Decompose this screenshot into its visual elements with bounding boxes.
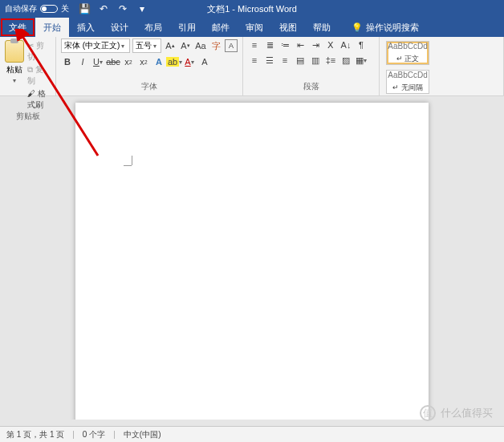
decrease-indent-icon[interactable]: ⇤	[294, 39, 307, 51]
numbering-icon[interactable]: ≣	[263, 39, 276, 51]
bold-icon[interactable]: B	[61, 55, 74, 68]
autosave-state: 关	[61, 3, 69, 14]
grow-font-icon[interactable]: A▴	[164, 39, 177, 52]
line-spacing-icon[interactable]: ‡≡	[324, 54, 337, 67]
character-shading-icon[interactable]: A	[198, 55, 211, 68]
justify-icon[interactable]: ▤	[294, 54, 307, 67]
redo-icon[interactable]: ↷	[117, 3, 128, 14]
paste-icon	[5, 40, 24, 63]
paste-label: 粘贴	[6, 64, 22, 75]
cut-button[interactable]: ✂ 剪切	[27, 40, 51, 63]
font-group-label: 字体	[61, 81, 238, 94]
bullets-icon[interactable]: ≡	[248, 39, 261, 51]
customize-qat-icon[interactable]: ▾	[136, 3, 148, 14]
tab-design[interactable]: 设计	[103, 18, 136, 37]
chevron-down-icon: ▾	[13, 77, 16, 84]
align-center-icon[interactable]: ☰	[263, 54, 276, 67]
save-icon[interactable]: 💾	[79, 3, 90, 14]
document-page[interactable]	[75, 103, 429, 420]
group-clipboard: 粘贴 ▾ ✂ 剪切 ⧉ 复制 🖌 格式刷 剪贴板	[0, 37, 56, 95]
undo-icon[interactable]: ↶	[98, 3, 109, 14]
text-effects-icon[interactable]: A	[152, 55, 165, 68]
shrink-font-icon[interactable]: A▾	[179, 39, 192, 52]
tab-help[interactable]: 帮助	[305, 18, 339, 37]
asian-layout-icon[interactable]: Ⅹ	[324, 39, 337, 51]
watermark-text: 什么值得买	[441, 406, 493, 420]
watermark: 值 什么值得买	[420, 405, 493, 421]
autosave-label: 自动保存	[5, 3, 37, 14]
sort-icon[interactable]: A↓	[339, 39, 352, 51]
strikethrough-icon[interactable]: abc	[107, 55, 120, 68]
tell-me-search[interactable]: 💡 操作说明搜索	[343, 18, 427, 37]
copy-button[interactable]: ⧉ 复制	[27, 64, 51, 87]
multilevel-list-icon[interactable]: ≔	[278, 39, 291, 51]
paragraph-group-label: 段落	[248, 81, 374, 94]
quick-access-toolbar: 💾 ↶ ↷ ▾	[79, 3, 148, 14]
tab-insert[interactable]: 插入	[69, 18, 103, 37]
ribbon-tabs: 文件 开始 插入 设计 布局 引用 邮件 审阅 视图 帮助 💡 操作说明搜索	[0, 18, 504, 37]
show-marks-icon[interactable]: ¶	[355, 39, 368, 51]
status-words[interactable]: 0 个字	[83, 429, 105, 440]
align-right-icon[interactable]: ≡	[278, 54, 291, 67]
highlight-icon[interactable]: ab▾	[168, 55, 181, 68]
tab-view[interactable]: 视图	[271, 18, 305, 37]
font-family-select[interactable]: 宋体 (中文正文)▾	[61, 39, 130, 53]
toggle-icon	[40, 5, 58, 13]
lightbulb-icon: 💡	[352, 22, 363, 33]
style-name-nospace: ↵ 无间隔	[392, 83, 423, 93]
watermark-icon: 值	[420, 405, 436, 421]
document-workspace[interactable]	[0, 96, 504, 420]
paste-button[interactable]: 粘贴 ▾	[5, 39, 24, 111]
borders-icon[interactable]: ▦▾	[355, 54, 368, 67]
group-styles: AaBbCcDd ↵ 正文 AaBbCcDd ↵ 无间隔	[380, 37, 504, 95]
align-left-icon[interactable]: ≡	[248, 54, 261, 67]
tell-me-label: 操作说明搜索	[366, 22, 419, 34]
format-painter-button[interactable]: 🖌 格式刷	[27, 88, 51, 111]
status-bar: 第 1 页，共 1 页 | 0 个字 | 中文(中国)	[0, 426, 504, 442]
underline-icon[interactable]: U▾	[91, 55, 104, 68]
tab-references[interactable]: 引用	[170, 18, 204, 37]
font-size-select[interactable]: 五号▾	[132, 39, 161, 53]
superscript-icon[interactable]: x2	[137, 55, 150, 68]
title-bar: 自动保存 关 💾 ↶ ↷ ▾ 文档1 - Microsoft Word	[0, 0, 504, 18]
window-title: 文档1 - Microsoft Word	[207, 3, 297, 15]
clear-formatting-icon[interactable]: A	[225, 39, 238, 52]
style-no-spacing[interactable]: AaBbCcDd ↵ 无间隔	[386, 70, 429, 94]
text-cursor	[132, 156, 141, 165]
autosave-toggle[interactable]: 自动保存 关	[5, 3, 69, 14]
tab-file[interactable]: 文件	[1, 18, 35, 36]
style-sample: AaBbCcDd	[388, 71, 427, 79]
increase-indent-icon[interactable]: ⇥	[309, 39, 322, 51]
style-name-normal: ↵ 正文	[396, 54, 420, 64]
ribbon: 粘贴 ▾ ✂ 剪切 ⧉ 复制 🖌 格式刷 剪贴板 宋体 (中文正文)▾ 五号▾ …	[0, 37, 504, 96]
change-case-icon[interactable]: Aa	[194, 39, 207, 52]
phonetic-guide-icon[interactable]: 字	[209, 39, 222, 52]
italic-icon[interactable]: I	[76, 55, 89, 68]
subscript-icon[interactable]: x2	[122, 55, 135, 68]
style-sample: AaBbCcDd	[388, 42, 427, 51]
style-normal[interactable]: AaBbCcDd ↵ 正文	[386, 41, 429, 65]
distributed-icon[interactable]: ▥	[309, 54, 322, 67]
status-language[interactable]: 中文(中国)	[124, 429, 161, 440]
group-paragraph: ≡ ≣ ≔ ⇤ ⇥ Ⅹ A↓ ¶ ≡ ☰ ≡ ▤ ▥ ‡≡ ▨ ▦▾ 段落	[243, 37, 380, 95]
group-font: 宋体 (中文正文)▾ 五号▾ A▴ A▾ Aa 字 A B I U▾ abc x…	[56, 37, 243, 95]
tab-mailings[interactable]: 邮件	[204, 18, 238, 37]
tab-review[interactable]: 审阅	[238, 18, 271, 37]
clipboard-group-label: 剪贴板	[5, 111, 51, 124]
tab-layout[interactable]: 布局	[136, 18, 170, 37]
status-page[interactable]: 第 1 页，共 1 页	[6, 429, 64, 440]
shading-icon[interactable]: ▨	[339, 54, 352, 67]
font-color-icon[interactable]: A▾	[183, 55, 196, 68]
tab-home[interactable]: 开始	[35, 18, 69, 37]
